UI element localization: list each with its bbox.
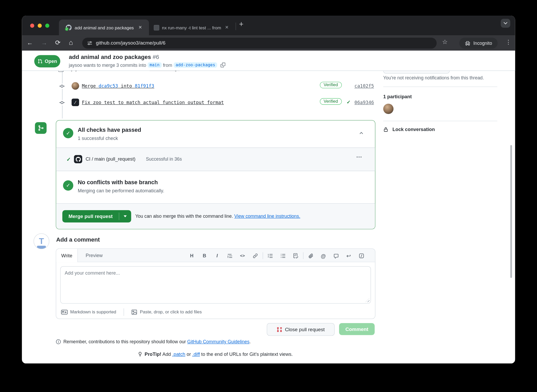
tab-pr[interactable]: ✓ add animal and zoo packages ✕ <box>59 19 149 35</box>
current-user-avatar: T <box>34 233 49 249</box>
incognito-badge: Incognito <box>459 38 498 49</box>
notifications-note: You're not receiving notifications from … <box>383 75 484 80</box>
pr-title: add animal and zoo packages #6 <box>69 54 159 61</box>
patch-link[interactable]: .patch <box>172 351 185 357</box>
new-tab-button[interactable]: + <box>239 20 244 28</box>
check-icon: ✓ <box>347 99 351 105</box>
mention-icon[interactable]: @ <box>320 252 327 259</box>
task-list-icon[interactable] <box>292 252 299 259</box>
address-bar[interactable]: github.com/jaysoo3/acme/pull/6 <box>82 38 437 49</box>
tab-close-icon[interactable]: ✕ <box>225 25 229 30</box>
reload-icon[interactable]: ⟳ <box>55 39 61 46</box>
macos-zoom-button[interactable] <box>45 24 49 28</box>
check-run-name[interactable]: CI / main (pull_request) <box>86 156 136 162</box>
link-icon[interactable] <box>251 252 259 259</box>
tab-write[interactable]: Write <box>56 249 78 262</box>
home-icon[interactable]: ⌂ <box>69 39 73 46</box>
scrollbar-thumb[interactable] <box>510 145 512 278</box>
lock-conversation-button[interactable]: Lock conversation <box>383 127 435 132</box>
commit-sha-link[interactable]: ca102f5 <box>355 83 374 89</box>
check-run-row[interactable]: ✓ CI / main (pull_request) Successful in… <box>56 148 375 171</box>
macos-minimize-button[interactable] <box>38 24 42 28</box>
toolbar-divider <box>263 252 263 259</box>
verified-badge[interactable]: Verified <box>320 98 342 105</box>
base-branch-label[interactable]: main <box>148 62 162 68</box>
url-text[interactable]: github.com/jaysoo3/acme/pull/6 <box>96 40 165 46</box>
paste-note[interactable]: Paste, drop, or click to add files <box>140 309 202 315</box>
guidelines-link[interactable]: GitHub Community Guidelines <box>187 339 249 344</box>
tab-divider <box>236 23 236 30</box>
commit-sha-link[interactable]: 06a9346 <box>355 100 374 105</box>
cli-instructions-link[interactable]: View command line instructions. <box>234 214 300 219</box>
tab-terminal[interactable]: nx run-many -t lint test ... from ✕ <box>152 19 234 35</box>
close-pull-request-button[interactable]: Close pull request <box>267 323 335 336</box>
footer-divider <box>124 308 124 316</box>
italic-icon[interactable]: I <box>213 252 221 259</box>
copy-branch-icon[interactable] <box>221 63 225 67</box>
bold-icon[interactable]: B <box>201 252 208 259</box>
browser-window: ✓ add animal and zoo packages ✕ nx run-m… <box>22 16 515 363</box>
timeline-rail <box>62 70 63 118</box>
back-icon[interactable]: ← <box>27 40 33 46</box>
merge-box: ✓ All checks have passed 1 successful ch… <box>56 120 375 229</box>
code-icon[interactable]: <> <box>239 252 246 259</box>
sidebar-divider <box>383 86 497 87</box>
verified-badge[interactable]: Verified <box>320 82 342 88</box>
diff-link[interactable]: .diff <box>192 351 200 357</box>
pr-state-badge: Open <box>34 55 60 67</box>
merge-pull-request-button[interactable]: Merge pull request <box>62 210 119 222</box>
cli-merge-hint: You can also merge this with the command… <box>135 214 300 219</box>
head-branch-label[interactable]: add-zoo-packages <box>174 62 217 68</box>
no-conflicts-icon: ✓ <box>63 180 73 190</box>
merge-actions-section: Merge pull request You can also merge th… <box>56 203 375 229</box>
add-comment-heading: Add a comment <box>56 237 100 243</box>
bookmark-star-icon[interactable]: ☆ <box>442 39 448 45</box>
checks-section: ✓ All checks have passed 1 successful ch… <box>56 121 375 148</box>
pr-state-label: Open <box>45 58 57 64</box>
participants-heading: 1 participant <box>383 94 412 99</box>
browser-menu-icon[interactable]: ⋮ <box>506 39 511 46</box>
tab-close-icon[interactable]: ✕ <box>138 25 142 30</box>
ordered-list-icon[interactable] <box>266 252 274 259</box>
participant-avatar[interactable] <box>383 104 394 114</box>
commit-author-avatar[interactable] <box>72 82 79 90</box>
markdown-note[interactable]: Markdown is supported <box>70 309 116 315</box>
comment-submit-button[interactable]: Comment <box>339 323 375 335</box>
quote-icon[interactable] <box>226 252 234 259</box>
pr-page: jaysoo and others added 2 commits 7 minu… <box>22 51 515 363</box>
unordered-list-icon[interactable] <box>279 252 287 259</box>
attach-file-icon[interactable] <box>307 252 314 259</box>
tab-favicon-check-icon: ✓ <box>65 27 68 31</box>
tab-preview[interactable]: Preview <box>86 253 103 258</box>
caret-down-icon <box>123 215 127 217</box>
merge-options-button[interactable] <box>119 210 131 222</box>
forward-icon[interactable]: → <box>41 40 47 46</box>
incognito-icon <box>465 41 471 46</box>
chevron-up-icon <box>359 131 364 135</box>
conflicts-subtitle: Merging can be performed automatically. <box>78 188 164 193</box>
cross-reference-icon[interactable] <box>332 252 340 259</box>
saved-replies-icon[interactable]: ↩ <box>345 252 352 259</box>
chevron-down-icon <box>503 22 508 25</box>
collapse-checks-button[interactable] <box>359 131 364 135</box>
commit-message-link[interactable]: Fix zoo test to match actual function ou… <box>82 100 224 105</box>
terminal-favicon <box>154 25 159 30</box>
github-mark-icon <box>76 157 81 162</box>
screen: ✓ add animal and zoo packages ✕ nx run-m… <box>0 0 537 392</box>
check-run-avatar <box>74 155 82 163</box>
comment-textarea[interactable] <box>60 266 371 303</box>
check-run-menu-icon[interactable]: ⋯ <box>356 153 362 160</box>
protip-note: ProTip! Add .patch or .diff to the end o… <box>56 351 375 357</box>
bot-avatar[interactable]: ⁄ <box>72 99 79 106</box>
incognito-label: Incognito <box>473 41 492 46</box>
commit-message-link[interactable]: Merge dca9c53 into 81f91f3 <box>82 83 154 89</box>
comment-form-header: Write Preview H B I <> @ ↩ <box>56 249 375 262</box>
pull-request-icon <box>37 59 42 64</box>
slash-commands-icon[interactable] <box>358 252 365 259</box>
heading-icon[interactable]: H <box>188 252 196 259</box>
comment-form-footer: Markdown is supported Paste, drop, or cl… <box>56 305 375 319</box>
macos-close-button[interactable] <box>30 24 34 28</box>
tab-search-button[interactable] <box>501 19 511 28</box>
tab-title: nx run-many -t lint test ... from <box>162 25 223 31</box>
site-settings-icon[interactable] <box>87 40 93 46</box>
